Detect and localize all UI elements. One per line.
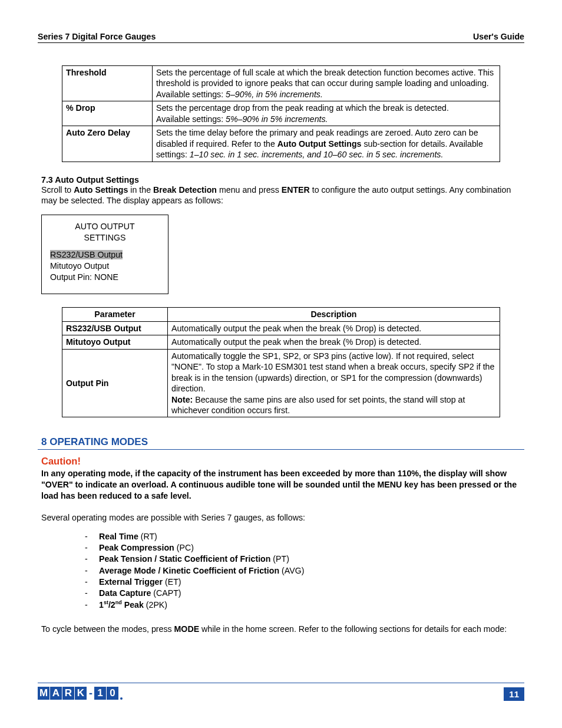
list-item: -Peak Compression (PC) [85,542,524,554]
panel-option: Mitutoyo Output [50,261,160,272]
table-row: RS232/USB Output Automatically output th… [62,321,500,335]
cell-param: Output Pin [62,349,168,417]
panel-title: SETTINGS [50,232,160,243]
cell-desc: Automatically output the peak when the b… [168,321,500,335]
caution-label: Caution! [38,456,524,467]
cell-desc: Automatically output the peak when the b… [168,335,500,349]
mark-10-logo: MARK-10 [38,687,123,701]
body-text: Several operating modes are possible wit… [38,512,524,523]
settings-table-2: Parameter Description RS232/USB Output A… [62,307,500,417]
cell-param: Mitutoyo Output [62,335,168,349]
cell-desc: Sets the percentage drop from the peak r… [153,101,500,126]
cell-desc: Sets the percentage of full scale at whi… [153,66,500,101]
panel-title: AUTO OUTPUT [50,221,160,232]
page-footer: MARK-10 11 [38,683,524,701]
header-right: User's Guide [473,32,524,41]
list-item: -Data Capture (CAPT) [85,588,524,599]
settings-table-1: Threshold Sets the percentage of full sc… [62,65,500,162]
col-header: Parameter [62,308,168,321]
list-item: -Average Mode / Kinetic Coefficient of F… [85,565,524,577]
panel-option: Output Pin: NONE [50,272,160,283]
section-heading: 8 OPERATING MODES [38,436,524,450]
list-item: -1st/2nd Peak (2PK) [85,599,524,611]
table-row: % Drop Sets the percentage drop from the… [62,101,500,126]
table-header-row: Parameter Description [62,308,500,321]
list-item: -Peak Tension / Static Coefficient of Fr… [85,554,524,565]
panel-option: RS232/USB Output [50,249,160,261]
page: Series 7 Digital Force Gauges User's Gui… [0,0,562,728]
display-panel: AUTO OUTPUT SETTINGS RS232/USB Output Mi… [41,215,168,295]
cell-label: Threshold [62,66,153,101]
table-row: Auto Zero Delay Sets the time delay befo… [62,126,500,162]
page-number: 11 [504,687,524,701]
col-header: Description [168,308,500,321]
header-left: Series 7 Digital Force Gauges [38,32,156,41]
table-row: Threshold Sets the percentage of full sc… [62,66,500,101]
body-text: To cycle between the modes, press MODE w… [38,624,524,634]
list-item: -Real Time (RT) [85,531,524,542]
caution-body: In any operating mode, if the capacity o… [38,468,524,501]
table-row: Mitutoyo Output Automatically output the… [62,335,500,349]
cell-desc: Sets the time delay before the primary a… [153,126,500,162]
mode-list: -Real Time (RT) -Peak Compression (PC) -… [38,531,524,611]
cell-param: RS232/USB Output [62,321,168,335]
body-text: Scroll to Auto Settings in the Break Det… [38,185,524,206]
cell-desc: Automatically toggle the SP1, SP2, or SP… [168,349,500,417]
cell-label: % Drop [62,101,153,126]
list-item: -External Trigger (ET) [85,577,524,588]
subsection-heading: 7.3 Auto Output Settings [38,175,524,185]
page-header: Series 7 Digital Force Gauges User's Gui… [38,32,524,43]
table-row: Output Pin Automatically toggle the SP1,… [62,349,500,417]
cell-label: Auto Zero Delay [62,126,153,162]
